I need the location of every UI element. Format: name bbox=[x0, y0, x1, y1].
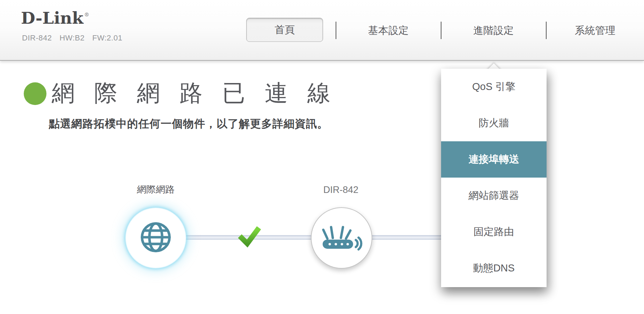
tab-home-label: 首頁 bbox=[275, 23, 295, 37]
menu-item-static-route[interactable]: 固定路由 bbox=[441, 214, 547, 250]
menu-item-qos-engine[interactable]: QoS 引擎 bbox=[441, 69, 547, 105]
hardware-version: HW:B2 bbox=[59, 33, 85, 43]
page-title: 網際網路已連線 bbox=[52, 81, 350, 104]
router-node[interactable] bbox=[311, 207, 372, 269]
menu-item-port-forwarding[interactable]: 連接埠轉送 bbox=[441, 141, 547, 178]
menu-item-dynamic-dns[interactable]: 動態DNS bbox=[441, 250, 547, 286]
firmware-version: FW:2.01 bbox=[92, 33, 122, 43]
router-icon bbox=[321, 224, 365, 252]
topology-connector-line bbox=[156, 235, 451, 240]
dlink-logo-text: D-Link bbox=[21, 8, 83, 28]
router-node-label: DIR-842 bbox=[302, 185, 379, 195]
tab-system-management[interactable]: 系統管理 bbox=[546, 25, 644, 36]
advanced-settings-menu: QoS 引擎 防火牆 連接埠轉送 網站篩選器 固定路由 動態DNS bbox=[441, 69, 547, 287]
tab-advanced-settings[interactable]: 進階設定 bbox=[441, 25, 546, 36]
globe-icon bbox=[139, 220, 173, 255]
registered-trademark: ® bbox=[84, 12, 89, 18]
menu-item-website-filter[interactable]: 網站篩選器 bbox=[441, 178, 547, 214]
tab-basic-settings[interactable]: 基本設定 bbox=[336, 25, 441, 36]
device-model: DIR-842 bbox=[22, 33, 52, 43]
dlink-logo: D-Link® bbox=[21, 10, 89, 26]
app-header: D-Link® DIR-842 HW:B2 FW:2.01 首頁 基本設定 進階… bbox=[0, 0, 644, 61]
internet-node[interactable] bbox=[126, 208, 185, 268]
device-info: DIR-842 HW:B2 FW:2.01 bbox=[22, 33, 122, 43]
connection-status-dot bbox=[24, 82, 46, 105]
page-description: 點選網路拓樸中的任何一個物件，以了解更多詳細資訊。 bbox=[49, 117, 328, 131]
tab-home[interactable]: 首頁 bbox=[246, 18, 323, 42]
menu-item-firewall[interactable]: 防火牆 bbox=[441, 105, 547, 141]
link-ok-check-icon bbox=[238, 225, 261, 251]
internet-node-label: 網際網路 bbox=[117, 185, 194, 194]
